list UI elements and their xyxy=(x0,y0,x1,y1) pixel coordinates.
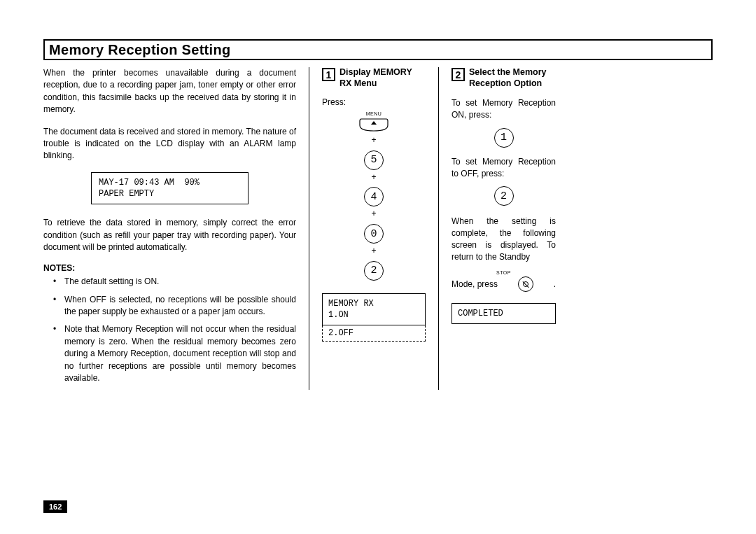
lcd-memory-rx-off: 2.OFF xyxy=(322,325,426,342)
note-item: Note that Memory Reception will not occu… xyxy=(53,323,296,384)
page-number: 162 xyxy=(43,500,67,513)
content-columns: When the printer becomes unavailable dur… xyxy=(43,67,713,390)
intro-para-2: The document data is received and stored… xyxy=(43,126,296,162)
keypad-2-icon: 2 xyxy=(364,261,384,281)
text-set-on: To set Memory Reception ON, press: xyxy=(451,97,556,121)
lcd-status-display: MAY-17 09:43 AM 90% PAPER EMPTY xyxy=(91,172,248,204)
stop-key-label: STOP xyxy=(451,270,556,275)
plus-separator: + xyxy=(322,209,426,220)
text-complete: When the setting is complete, the follow… xyxy=(451,216,556,262)
lcd-memory-rx: MEMORY RX 1.ON xyxy=(322,293,426,325)
plus-separator: + xyxy=(322,135,426,146)
section-title-bar: Memory Reception Setting xyxy=(43,39,713,60)
keypad-1-icon: 1 xyxy=(494,128,514,148)
step-2-title: Select the Memory Reception Option xyxy=(469,67,556,89)
note-item: The default setting is ON. xyxy=(53,276,296,288)
column-intro: When the printer becomes unavailable dur… xyxy=(43,67,309,390)
press-label: Press: xyxy=(322,97,426,107)
section-title: Memory Reception Setting xyxy=(45,41,711,59)
keypad-0-icon: 0 xyxy=(364,224,384,244)
plus-separator: + xyxy=(322,172,426,183)
step-1-title: Display MEMORY RX Menu xyxy=(340,67,426,89)
intro-para-1: When the printer becomes unavailable dur… xyxy=(43,67,296,116)
keypad-5-icon: 5 xyxy=(364,150,384,170)
text-set-off: To set Memory Reception to OFF, press: xyxy=(451,156,556,180)
plus-separator: + xyxy=(322,246,426,257)
mode-press-pre: Mode, press xyxy=(451,279,498,289)
menu-key-label: MENU xyxy=(322,111,426,116)
notes-heading: NOTES: xyxy=(43,263,296,273)
step-number-box: 1 xyxy=(322,68,335,81)
manual-page: Memory Reception Setting When the printe… xyxy=(0,0,756,534)
stop-button-icon xyxy=(518,276,533,292)
intro-para-3: To retrieve the data stored in memory, s… xyxy=(43,217,296,253)
keypad-2-icon: 2 xyxy=(494,186,514,206)
column-step-2: 2 Select the Memory Reception Option To … xyxy=(439,67,568,390)
step-1-header: 1 Display MEMORY RX Menu xyxy=(322,67,426,89)
step-2-header: 2 Select the Memory Reception Option xyxy=(451,67,556,89)
keypad-4-icon: 4 xyxy=(364,187,384,206)
menu-button-icon xyxy=(358,117,389,132)
mode-press-line: Mode, press . xyxy=(451,276,556,292)
notes-list: The default setting is ON. When OFF is s… xyxy=(43,276,296,384)
note-item: When OFF is selected, no receptions will… xyxy=(53,294,296,318)
step-number-box: 2 xyxy=(451,68,465,81)
column-step-1: 1 Display MEMORY RX Menu Press: MENU + 5… xyxy=(309,67,439,390)
lcd-completed: COMPLETED xyxy=(451,303,556,324)
mode-press-post: . xyxy=(554,279,556,289)
